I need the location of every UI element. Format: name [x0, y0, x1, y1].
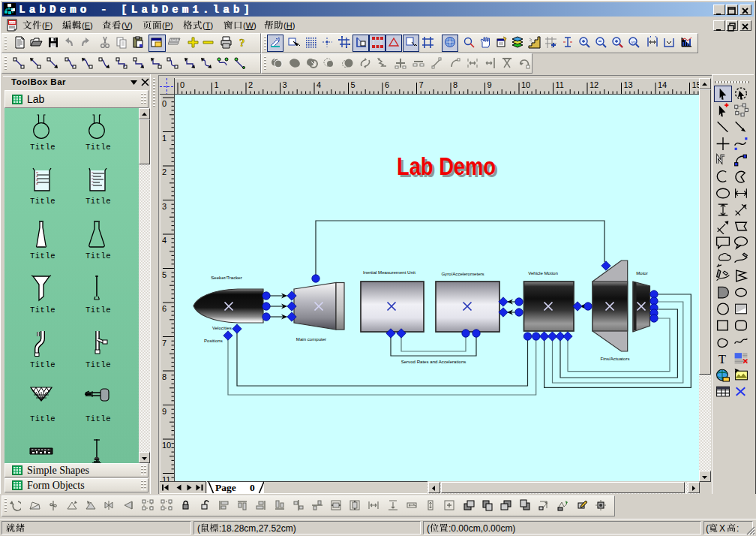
svg-text:T: T	[718, 352, 726, 366]
svg-text:Page: Page	[215, 482, 236, 493]
svg-text:0: 0	[250, 482, 255, 493]
